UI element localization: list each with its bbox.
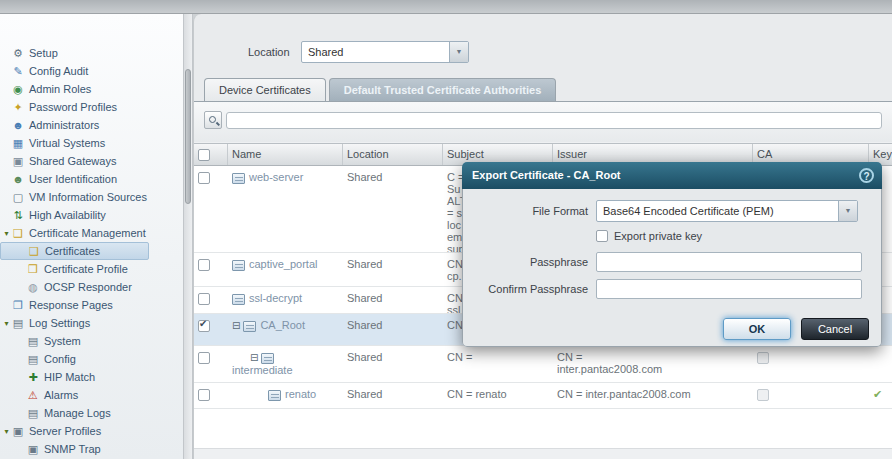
export-private-key-label: Export private key [614, 230, 702, 242]
check-icon: ✔ [199, 318, 207, 329]
tree-expand-icon[interactable]: ▾ [2, 229, 11, 238]
system-log-icon: ▤ [26, 336, 40, 347]
response-pages-icon: ❐ [11, 300, 25, 311]
tab-default-trusted-certificate-authorities[interactable]: Default Trusted Certificate Authorities [329, 78, 557, 101]
cell-location: Shared [343, 383, 443, 408]
certificate-name-link[interactable]: ssl-decrypt [249, 292, 302, 304]
certificate-icon [232, 294, 245, 305]
sidebar-item-password-profiles[interactable]: ✦Password Profiles [0, 98, 183, 116]
certificate-name-link[interactable]: captive_portal [249, 258, 318, 270]
sidebar-item-config[interactable]: ▤Config [0, 350, 183, 368]
sidebar-item-manage-logs[interactable]: ▤Manage Logs [0, 404, 183, 422]
sidebar-item-user-identification[interactable]: ☻User Identification [0, 170, 183, 188]
sidebar-item-administrators[interactable]: ☻Administrators [0, 116, 183, 134]
ok-button[interactable]: OK [723, 318, 791, 340]
search-input[interactable] [226, 112, 882, 129]
sidebar-item-certificate-profile[interactable]: ❒Certificate Profile [0, 260, 183, 278]
scrollbar-thumb[interactable] [185, 69, 191, 204]
tab-device-certificates[interactable]: Device Certificates [204, 78, 326, 101]
config-log-icon: ▤ [26, 354, 40, 365]
hip-match-icon: ✚ [26, 372, 40, 383]
row-checkbox[interactable] [198, 389, 210, 401]
search-icon[interactable] [204, 111, 222, 129]
sidebar-item-system[interactable]: ▤System [0, 332, 183, 350]
pan-os-certificates-screen: ⚙Setup ✎Config Audit ◉Admin Roles ✦Passw… [0, 0, 892, 459]
column-header-location[interactable]: Location [343, 144, 443, 165]
passphrase-input[interactable] [596, 252, 862, 272]
shared-gateways-icon: ▣ [11, 156, 25, 167]
chevron-down-icon[interactable]: ▼ [838, 201, 857, 221]
sidebar-item-response-pages[interactable]: ❐Response Pages [0, 296, 183, 314]
cell-location: Shared [343, 166, 443, 252]
certificate-management-icon: ❑ [11, 228, 25, 239]
password-profiles-icon: ✦ [11, 102, 25, 113]
sidebar-item-vm-information-sources[interactable]: ▢VM Information Sources [0, 188, 183, 206]
sidebar-item-snmp-trap[interactable]: ▣SNMP Trap [0, 440, 183, 458]
cancel-button[interactable]: Cancel [801, 318, 869, 340]
tree-expand-icon[interactable]: ▾ [2, 427, 11, 436]
certificate-name-link[interactable]: web-server [249, 171, 303, 183]
location-select[interactable]: Shared ▼ [301, 41, 469, 63]
row-checkbox[interactable] [198, 293, 210, 305]
sidebar-item-ocsp-responder[interactable]: ◍OCSP Responder [0, 278, 183, 296]
vm-information-sources-icon: ▢ [11, 192, 25, 203]
key-valid-icon: ✔ [873, 388, 882, 400]
row-checkbox-checked[interactable]: ✔ [198, 320, 210, 332]
high-availability-icon: ⇅ [11, 210, 25, 221]
collapse-icon[interactable]: ⊟ [232, 320, 240, 331]
manage-logs-icon: ▤ [26, 408, 40, 419]
user-identification-icon: ☻ [11, 174, 25, 185]
tree-expand-icon[interactable]: ▾ [2, 319, 11, 328]
setup-icon: ⚙ [11, 48, 25, 59]
sidebar-item-config-audit[interactable]: ✎Config Audit [0, 62, 183, 80]
table-row-renato[interactable]: renato Shared CN = renato CN = inter.pan… [194, 383, 892, 409]
collapse-icon[interactable]: ⊟ [250, 352, 258, 363]
sidebar-item-high-availability[interactable]: ⇅High Availability [0, 206, 183, 224]
sidebar-item-server-profiles[interactable]: ▾▣Server Profiles [0, 422, 183, 440]
dialog-body: File Format Base64 Encoded Certificate (… [462, 189, 882, 347]
ca-checkbox [757, 389, 769, 401]
server-profiles-icon: ▣ [11, 426, 25, 437]
row-checkbox[interactable] [198, 259, 210, 271]
help-icon[interactable]: ? [859, 168, 874, 183]
certificate-icon [261, 353, 274, 364]
column-header-name[interactable]: Name [228, 144, 343, 165]
sidebar-item-admin-roles[interactable]: ◉Admin Roles [0, 80, 183, 98]
dialog-header[interactable]: Export Certificate - CA_Root ? [462, 162, 882, 189]
sidebar-item-setup[interactable]: ⚙Setup [0, 44, 183, 62]
certificate-name-link[interactable]: intermediate [232, 364, 339, 376]
sidebar-item-shared-gateways[interactable]: ▣Shared Gateways [0, 152, 183, 170]
certificates-icon: ❑ [27, 246, 41, 257]
certificate-name-link[interactable]: renato [285, 388, 316, 400]
row-checkbox[interactable] [198, 172, 210, 184]
sidebar-scrollbar[interactable] [184, 14, 193, 459]
cell-key [869, 346, 892, 382]
filter-bar [194, 102, 892, 142]
sidebar-item-certificates[interactable]: ❑Certificates [0, 242, 149, 260]
file-format-select[interactable]: Base64 Encoded Certificate (PEM) ▼ [596, 200, 858, 222]
cell-location: Shared [343, 287, 443, 313]
confirm-passphrase-label: Confirm Passphrase [463, 283, 588, 295]
sidebar-item-hip-match[interactable]: ✚HIP Match [0, 368, 183, 386]
select-all-checkbox[interactable] [198, 149, 210, 161]
dialog-title: Export Certificate - CA_Root [472, 169, 621, 181]
certificate-name-link[interactable]: CA_Root [260, 319, 305, 331]
certificate-icon [268, 390, 281, 401]
snmp-trap-icon: ▣ [26, 444, 40, 455]
cell-subject: CN = renato [443, 383, 553, 408]
window-top-bar [0, 0, 892, 14]
table-row-intermediate[interactable]: ⊟ intermediate Shared CN = CN = inter.pa… [194, 346, 892, 383]
cell-issuer: CN = inter.pantac2008.com [553, 383, 753, 408]
tab-bar: Device Certificates Default Trusted Cert… [204, 78, 556, 101]
certificate-profile-icon: ❒ [26, 264, 40, 275]
confirm-passphrase-input[interactable] [596, 279, 862, 299]
ca-checkbox [757, 352, 769, 364]
export-private-key-checkbox[interactable] [596, 230, 608, 242]
sidebar-item-log-settings[interactable]: ▾▤Log Settings [0, 314, 183, 332]
chevron-down-icon[interactable]: ▼ [449, 42, 468, 62]
row-checkbox[interactable] [198, 352, 210, 364]
sidebar-item-virtual-systems[interactable]: ▦Virtual Systems [0, 134, 183, 152]
sidebar-item-certificate-management[interactable]: ▾❑Certificate Management [0, 224, 183, 242]
export-certificate-dialog: Export Certificate - CA_Root ? File Form… [462, 162, 882, 347]
sidebar-item-alarms[interactable]: ⚠Alarms [0, 386, 183, 404]
